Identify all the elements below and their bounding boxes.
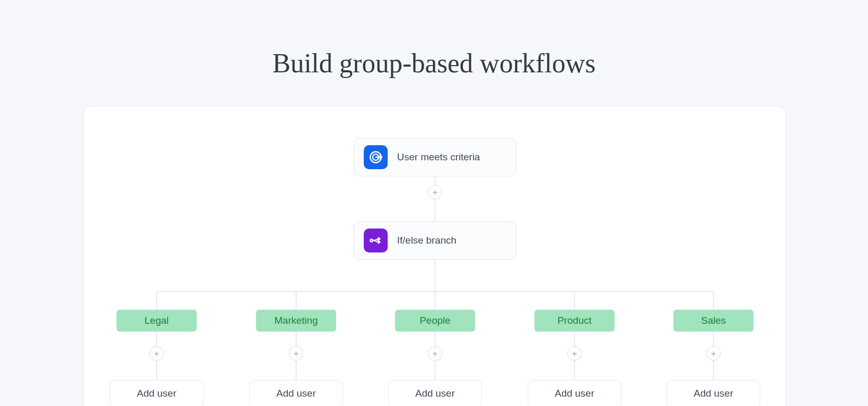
node-add-user-label: Add user	[555, 388, 594, 399]
add-step-button[interactable]	[149, 346, 164, 361]
connector-line	[296, 291, 297, 310]
branch-label-legal[interactable]: Legal	[117, 310, 197, 332]
branch-label-text: Legal	[145, 315, 169, 326]
node-add-user-label: Add user	[276, 388, 316, 399]
branch-label-product[interactable]: Product	[534, 310, 615, 332]
branch-label-text: Product	[557, 315, 591, 326]
add-step-button[interactable]	[428, 346, 442, 361]
node-add-user-label: Add user	[415, 388, 455, 399]
node-add-user-label: Add user	[137, 388, 176, 399]
page-title: Build group-based workflows	[0, 0, 868, 79]
node-branch[interactable]: If/else branch	[354, 221, 516, 260]
branch-label-text: People	[419, 315, 450, 326]
connector-line	[435, 291, 436, 310]
add-step-button[interactable]	[289, 346, 303, 361]
connector-line	[713, 291, 714, 310]
node-add-user[interactable]: Add user	[110, 380, 203, 406]
add-step-button[interactable]	[428, 185, 442, 199]
node-criteria[interactable]: User meets criteria	[354, 138, 516, 176]
node-add-user[interactable]: Add user	[667, 380, 760, 406]
connector-line	[435, 260, 436, 291]
branch-label-marketing[interactable]: Marketing	[256, 310, 336, 332]
branch-icon	[364, 229, 388, 252]
target-icon	[364, 145, 388, 169]
connector-line	[156, 291, 157, 310]
add-step-button[interactable]	[706, 346, 721, 361]
branch-label-people[interactable]: People	[395, 310, 475, 332]
node-add-user[interactable]: Add user	[249, 380, 343, 406]
node-add-user[interactable]: Add user	[528, 380, 621, 406]
node-add-user-label: Add user	[694, 388, 733, 399]
branch-label-sales[interactable]: Sales	[673, 310, 754, 332]
branch-label-text: Sales	[701, 315, 726, 326]
branch-label-text: Marketing	[274, 315, 317, 326]
node-criteria-label: User meets criteria	[397, 151, 480, 163]
workflow-canvas: User meets criteria If/else branch Legal…	[83, 106, 786, 406]
add-step-button[interactable]	[567, 346, 582, 361]
node-add-user[interactable]: Add user	[388, 380, 482, 406]
node-branch-label: If/else branch	[397, 235, 456, 246]
connector-line	[574, 291, 575, 310]
